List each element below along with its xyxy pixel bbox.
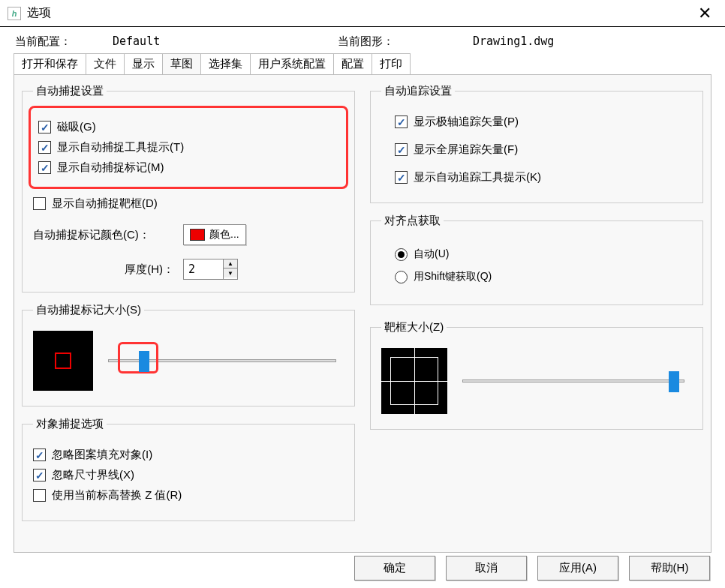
ignore-hatch-label: 忽略图案填充对象(I) — [52, 448, 152, 462]
fullscreen-track-label: 显示全屏追踪矢量(F) — [414, 142, 518, 157]
spinner-up-icon[interactable]: ▲ — [224, 260, 237, 268]
tab-open-save[interactable]: 打开和保存 — [14, 53, 86, 74]
replace-z-checkbox[interactable] — [33, 489, 46, 502]
marker-size-legend: 自动捕捉标记大小(S) — [33, 303, 144, 317]
marker-size-slider[interactable] — [108, 359, 336, 362]
aperture-size-slider[interactable] — [462, 380, 684, 382]
tab-files[interactable]: 文件 — [86, 53, 125, 74]
aperture-slider-thumb[interactable] — [669, 371, 679, 392]
autotrack-legend: 自动追踪设置 — [381, 84, 455, 98]
thickness-label: 厚度(H)： — [33, 262, 183, 277]
window-title: 选项 — [27, 5, 51, 21]
osnap-options-legend: 对象捕捉选项 — [33, 417, 107, 431]
marker-color-button[interactable]: 颜色... — [183, 224, 246, 245]
tab-user-prefs[interactable]: 用户系统配置 — [250, 53, 334, 74]
ignore-dim-checkbox[interactable] — [33, 469, 46, 482]
apply-button[interactable]: 应用(A) — [537, 556, 618, 580]
current-drawing-label: 当前图形： — [338, 34, 473, 49]
alignment-shift-label: 用Shift键获取(Q) — [414, 270, 492, 284]
current-drawing-value: Drawing1.dwg — [473, 34, 554, 49]
tab-profiles[interactable]: 配置 — [333, 53, 372, 74]
alignment-shift-radio[interactable] — [395, 271, 408, 284]
autosnap-legend: 自动捕捉设置 — [33, 84, 107, 98]
autosnap-marker-label: 显示自动捕捉标记(M) — [57, 160, 164, 175]
alignment-point-group: 对齐点获取 自动(U) 用Shift键获取(Q) — [370, 214, 703, 305]
tab-drafting[interactable]: 草图 — [162, 53, 201, 74]
app-icon: h — [8, 7, 21, 20]
aperture-box-checkbox[interactable] — [33, 197, 46, 210]
highlight-annotation: 磁吸(G) 显示自动捕捉工具提示(T) 显示自动捕捉标记(M) — [29, 106, 348, 189]
tab-content: 自动捕捉设置 磁吸(G) 显示自动捕捉工具提示(T) 显示自动捕捉标记(M) 显… — [14, 74, 711, 553]
tab-display[interactable]: 显示 — [124, 53, 163, 74]
aperture-box-label: 显示自动捕捉靶框(D) — [52, 196, 158, 211]
alignment-auto-radio[interactable] — [395, 248, 408, 261]
marker-size-group: 自动捕捉标记大小(S) — [22, 303, 355, 406]
tab-bar: 打开和保存 文件 显示 草图 选择集 用户系统配置 配置 打印 — [0, 53, 725, 74]
ignore-dim-label: 忽略尺寸界线(X) — [52, 468, 134, 482]
marker-preview — [33, 331, 93, 391]
tab-selection[interactable]: 选择集 — [200, 53, 251, 74]
osnap-options-group: 对象捕捉选项 忽略图案填充对象(I) 忽略尺寸界线(X) 使用当前标高替换 Z … — [22, 417, 355, 521]
current-profile-value: Default — [113, 34, 338, 49]
title-bar: h 选项 ✕ — [0, 0, 725, 27]
aperture-preview — [381, 348, 447, 414]
autosnap-tooltip-checkbox[interactable] — [38, 141, 51, 154]
autotrack-settings-group: 自动追踪设置 显示极轴追踪矢量(P) 显示全屏追踪矢量(F) 显示自动追踪工具提… — [370, 84, 703, 203]
marker-preview-icon — [55, 352, 71, 369]
marker-color-label: 自动捕捉标记颜色(C)： — [33, 228, 183, 242]
aperture-size-legend: 靶框大小(Z) — [381, 320, 447, 334]
current-profile-label: 当前配置： — [15, 34, 113, 49]
autosnap-settings-group: 自动捕捉设置 磁吸(G) 显示自动捕捉工具提示(T) 显示自动捕捉标记(M) 显… — [22, 84, 355, 292]
aperture-preview-icon — [390, 357, 438, 405]
color-swatch-icon — [190, 229, 205, 241]
tab-plot[interactable]: 打印 — [372, 53, 411, 74]
replace-z-label: 使用当前标高替换 Z 值(R) — [52, 488, 182, 502]
magnet-label: 磁吸(G) — [57, 120, 96, 134]
color-button-text: 颜色... — [209, 228, 239, 242]
ignore-hatch-checkbox[interactable] — [33, 448, 46, 461]
spinner-down-icon[interactable]: ▼ — [224, 268, 237, 278]
marker-slider-thumb[interactable] — [139, 351, 149, 372]
magnet-checkbox[interactable] — [38, 121, 51, 134]
help-button[interactable]: 帮助(H) — [629, 556, 710, 580]
fullscreen-track-checkbox[interactable] — [395, 143, 408, 156]
alignment-auto-label: 自动(U) — [414, 248, 449, 261]
polar-track-label: 显示极轴追踪矢量(P) — [414, 115, 519, 129]
close-icon[interactable]: ✕ — [692, 4, 717, 23]
thickness-input[interactable] — [184, 260, 223, 279]
config-info-row: 当前配置： Default 当前图形： Drawing1.dwg — [0, 27, 725, 53]
alignment-legend: 对齐点获取 — [381, 214, 444, 228]
dialog-button-bar: 确定 取消 应用(A) 帮助(H) — [354, 556, 710, 580]
polar-track-checkbox[interactable] — [395, 116, 408, 128]
autotrack-tooltip-checkbox[interactable] — [395, 171, 408, 184]
autosnap-tooltip-label: 显示自动捕捉工具提示(T) — [57, 140, 184, 154]
ok-button[interactable]: 确定 — [354, 556, 435, 580]
autosnap-marker-checkbox[interactable] — [38, 161, 51, 174]
slider-highlight-annotation — [118, 342, 158, 374]
aperture-size-group: 靶框大小(Z) — [370, 320, 703, 430]
thickness-spinner[interactable]: ▲ ▼ — [183, 259, 238, 280]
cancel-button[interactable]: 取消 — [446, 556, 527, 580]
autotrack-tooltip-label: 显示自动追踪工具提示(K) — [414, 170, 541, 184]
